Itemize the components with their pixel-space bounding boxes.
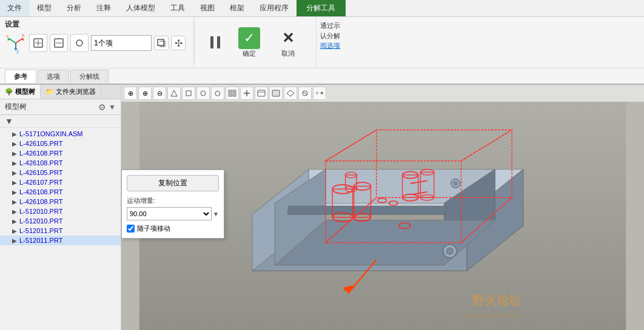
tab-options[interactable]: 选项 — [38, 70, 69, 83]
menu-annotation[interactable]: 注释 — [89, 0, 119, 16]
arrow-icon-8: ▶ — [12, 208, 17, 215]
svg-rect-25 — [233, 90, 236, 93]
tree-item-8[interactable]: ▶ L-512010.PRT — [0, 206, 121, 216]
vp-btn-display2[interactable] — [269, 87, 283, 100]
menu-framework[interactable]: 框架 — [223, 0, 252, 16]
vp-btn-zoom-out[interactable]: ⊖ — [153, 87, 166, 100]
menu-human[interactable]: 人体模型 — [119, 0, 163, 16]
move-incr-label: 运动增量: — [127, 196, 219, 205]
menu-bar: 文件 模型 分析 注释 人体模型 工具 视图 框架 应用程序 分解工具 — [0, 0, 644, 17]
menu-file[interactable]: 文件 — [0, 0, 30, 16]
tb-btn-2[interactable] — [50, 34, 68, 52]
tree-item-3[interactable]: ▶ L-426108.PRT — [0, 158, 121, 168]
tree-item-1[interactable]: ▶ L-426105.PRT — [0, 139, 121, 148]
arrow-icon-10: ▶ — [12, 228, 17, 234]
menu-tools[interactable]: 工具 — [163, 0, 193, 16]
vp-btn-view4[interactable]: ⬡ — [211, 87, 224, 100]
svg-point-48 — [453, 181, 457, 185]
move-incr-row: 90.00 ▼ — [127, 207, 219, 220]
cancel-button[interactable]: ✕ 取消 — [272, 25, 304, 61]
action-buttons: ✓ 确定 ✕ 取消 — [233, 25, 304, 61]
tree-icon: 🌳 — [5, 88, 13, 96]
vp-btn-view1[interactable] — [167, 87, 181, 100]
tab-reference[interactable]: 参考 — [5, 70, 36, 83]
pause-button[interactable] — [207, 34, 224, 51]
svg-point-23 — [201, 91, 206, 96]
svg-text:Z: Z — [16, 50, 19, 54]
filter-icon[interactable]: ▼ — [5, 116, 13, 126]
vp-btn-zoom-fit[interactable]: ⊕ — [138, 87, 152, 100]
move-incr-select[interactable]: 90.00 — [127, 207, 212, 220]
svg-line-1 — [8, 38, 16, 43]
menu-view[interactable]: 视图 — [193, 0, 223, 16]
tree-item-2[interactable]: ▶ L-426108.PRT — [0, 148, 121, 158]
panel-tab-model-tree[interactable]: 🌳 模型树 — [0, 85, 41, 99]
vp-btn-display5[interactable]: ✧✦ — [313, 87, 326, 100]
confirm-section: ✓ 确定 ✕ 取消 — [195, 17, 317, 68]
tree-item-7[interactable]: ▶ L-426108.PRT — [0, 197, 121, 206]
tree-arrow-icon[interactable]: ▼ — [109, 103, 116, 111]
vp-btn-display4[interactable] — [298, 87, 312, 100]
vp-btn-view6[interactable] — [240, 87, 253, 100]
tree-item-9[interactable]: ▶ L-512010.PRT — [0, 216, 121, 226]
tb-btn-3[interactable] — [70, 34, 89, 52]
child-move-checkbox[interactable] — [127, 225, 135, 233]
viewport-toolbar: ⊕ ⊕ ⊖ ⬡ — [121, 85, 644, 102]
svg-rect-22 — [186, 91, 191, 96]
svg-rect-19 — [210, 36, 213, 48]
tree-item-label-3: L-426108.PRT — [19, 159, 62, 167]
tree-item-0[interactable]: ▶ L-5171ONGXIN.ASM — [0, 129, 121, 139]
svg-rect-15 — [158, 39, 164, 45]
tree-item-label-8: L-512010.PRT — [19, 208, 62, 215]
vp-btn-view5[interactable] — [226, 87, 239, 100]
vp-btn-display3[interactable] — [284, 87, 297, 100]
tb-btn-1[interactable] — [29, 34, 47, 52]
tree-item-4[interactable]: ▶ L-426105.PRT — [0, 168, 121, 177]
svg-rect-26 — [229, 94, 232, 96]
vp-btn-view2[interactable] — [182, 87, 195, 100]
tab-explode-line[interactable]: 分解线 — [70, 70, 109, 83]
tree-gear-icon[interactable]: ⚙ — [98, 102, 106, 112]
setup-section: 设置 Y X Z — [0, 17, 194, 68]
copy-position-button[interactable]: 复制位置 — [127, 175, 219, 191]
menu-analysis[interactable]: 分析 — [59, 0, 89, 16]
svg-rect-30 — [258, 90, 265, 96]
menu-model[interactable]: 模型 — [30, 0, 59, 16]
tree-item-label-5: L-426107.PRT — [19, 179, 62, 186]
vp-btn-view3[interactable] — [196, 87, 210, 100]
tree-item-11[interactable]: ▶ L-512011.PRT — [0, 236, 121, 245]
popup-menu: 复制位置 运动增量: 90.00 ▼ 随子项移动 — [121, 170, 224, 239]
check-icon: ✓ — [238, 27, 260, 49]
folder-icon: 📁 — [45, 88, 54, 96]
vp-btn-zoom-in[interactable]: ⊕ — [124, 87, 137, 100]
tree-item-label-9: L-512010.PRT — [19, 217, 62, 225]
tree-item-5[interactable]: ▶ L-426107.PRT — [0, 177, 121, 187]
panel-tabs: 🌳 模型树 📁 文件夹浏览器 — [0, 85, 121, 99]
vp-btn-display1[interactable] — [255, 87, 268, 100]
arrow-icon-9: ▶ — [12, 218, 17, 225]
arrow-icon-1: ▶ — [12, 140, 17, 147]
tb-btn-4[interactable] — [154, 36, 169, 50]
main-area: 🌳 模型树 📁 文件夹浏览器 模型树 ⚙ ▼ ▼ ▶ L-5171ONGXIN.… — [0, 85, 644, 330]
tree-item-label-11: L-512011.PRT — [19, 237, 62, 244]
item-count-input[interactable] — [91, 35, 152, 51]
svg-text:野火论坛: 野火论坛 — [472, 294, 522, 307]
panel-tab-folder[interactable]: 📁 文件夹浏览器 — [41, 85, 101, 99]
tree-item-6[interactable]: ▶ L-426108.PRT — [0, 187, 121, 197]
tb-btn-5[interactable]: ✣ — [171, 36, 186, 50]
svg-rect-24 — [229, 90, 232, 93]
svg-marker-21 — [171, 90, 177, 96]
menu-explode-tool[interactable]: 分解工具 — [297, 0, 346, 16]
tree-item-10[interactable]: ▶ L-512011.PRT — [0, 226, 121, 236]
checkbox-label: 随子项移动 — [137, 224, 170, 233]
tree-item-label-7: L-426108.PRT — [19, 198, 62, 205]
tree-item-label-6: L-426108.PRT — [19, 188, 62, 196]
tree-list: ▶ L-5171ONGXIN.ASM ▶ L-426105.PRT ▶ L-42… — [0, 128, 121, 330]
arrow-icon-7: ▶ — [12, 199, 17, 205]
arrow-icon-2: ▶ — [12, 150, 17, 157]
right-link[interactable]: 阅选项 — [320, 41, 386, 51]
confirm-button[interactable]: ✓ 确定 — [233, 25, 265, 61]
menu-applications[interactable]: 应用程序 — [252, 0, 297, 16]
right-info: 通过示 认分解 阅选项 — [317, 17, 389, 68]
svg-line-34 — [303, 91, 307, 95]
